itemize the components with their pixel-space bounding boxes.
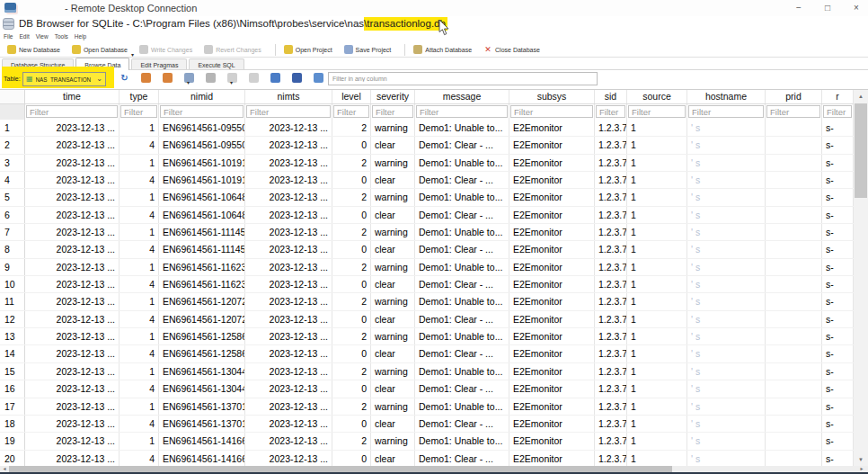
cell-nimts[interactable]: 2023-12-13 ... — [245, 416, 332, 432]
row-number[interactable]: 12 — [0, 311, 25, 327]
column-header-sid[interactable]: sid — [595, 90, 627, 103]
cell-hostname[interactable]: ' s — [687, 259, 766, 275]
cell-message[interactable]: Demo1: Unable to... — [415, 363, 509, 380]
column-header-hostname[interactable]: hostname — [687, 90, 766, 103]
cell-subsys[interactable]: E2Emonitor — [509, 189, 595, 205]
scroll-right-icon[interactable]: ▸ — [857, 466, 866, 472]
open-database-button[interactable]: Open Database▾ — [72, 45, 128, 54]
row-number[interactable]: 16 — [0, 380, 25, 397]
cell-prid[interactable] — [766, 137, 822, 153]
row-number[interactable]: 9 — [0, 259, 25, 275]
cell-sid[interactable]: 1.2.3.7 — [595, 451, 627, 467]
cell-nimts[interactable]: 2023-12-13 ... — [245, 155, 332, 171]
cell-source[interactable]: 1 — [627, 451, 687, 467]
cell-level[interactable]: 0 — [332, 380, 371, 397]
cell-type[interactable]: 1 — [120, 363, 159, 380]
cell-subsys[interactable]: E2Emonitor — [509, 345, 595, 362]
cell-severity[interactable]: warning — [371, 363, 415, 380]
cell-hostname[interactable]: ' s — [687, 155, 766, 171]
cell-rcol[interactable]: s- — [822, 120, 854, 136]
cell-hostname[interactable]: ' s — [687, 345, 766, 362]
cell-severity[interactable]: warning — [371, 155, 415, 171]
cell-level[interactable]: 2 — [332, 293, 371, 309]
cell-nimid[interactable]: EN69614561-13701 — [159, 398, 245, 415]
cell-level[interactable]: 0 — [332, 172, 371, 188]
cell-hostname[interactable]: ' s — [687, 311, 766, 327]
column-header-subsys[interactable]: subsys — [509, 90, 595, 103]
cell-sid[interactable]: 1.2.3.7 — [595, 363, 627, 380]
cell-nimid[interactable]: EN69614561-09550 — [159, 137, 245, 153]
filter-input-hostname[interactable]: Filter — [688, 105, 764, 118]
column-header-type[interactable]: type — [120, 90, 159, 103]
row-number[interactable]: 3 — [0, 155, 25, 171]
cell-type[interactable]: 4 — [120, 311, 159, 327]
cell-message[interactable]: Demo1: Clear - ... — [415, 345, 509, 362]
insert-record-icon[interactable] — [141, 73, 151, 83]
cell-time[interactable]: 2023-12-13 ... — [25, 416, 120, 432]
tab-execute-sql[interactable]: Execute SQL — [189, 58, 244, 69]
column-header-nimts[interactable]: nimts — [245, 90, 332, 103]
cell-rcol[interactable]: s- — [822, 259, 854, 275]
cell-nimid[interactable]: EN69614561-10191 — [159, 172, 245, 188]
cell-level[interactable]: 2 — [332, 189, 371, 205]
cell-severity[interactable]: clear — [371, 451, 415, 467]
cell-rcol[interactable]: s- — [822, 363, 854, 380]
cell-time[interactable]: 2023-12-13 ... — [25, 363, 120, 380]
cell-nimid[interactable]: EN69614561-13044 — [159, 363, 245, 380]
cell-sid[interactable]: 1.2.3.7 — [595, 311, 627, 327]
cell-time[interactable]: 2023-12-13 ... — [25, 451, 120, 467]
cell-subsys[interactable]: E2Emonitor — [509, 398, 595, 415]
cell-hostname[interactable]: ' s — [687, 120, 766, 136]
cell-time[interactable]: 2023-12-13 ... — [25, 276, 120, 292]
cell-severity[interactable]: warning — [371, 293, 415, 309]
cell-nimid[interactable]: EN69614561-13044 — [159, 380, 245, 397]
cell-sid[interactable]: 1.2.3.7 — [595, 276, 627, 292]
cell-nimts[interactable]: 2023-12-13 ... — [245, 189, 332, 205]
cell-prid[interactable] — [766, 259, 822, 275]
cell-nimts[interactable]: 2023-12-13 ... — [245, 137, 332, 153]
menu-help[interactable]: Help — [75, 32, 86, 41]
column-header-message[interactable]: message — [415, 90, 509, 103]
cell-sid[interactable]: 1.2.3.7 — [595, 137, 627, 153]
cell-prid[interactable] — [766, 120, 822, 136]
cell-hostname[interactable]: ' s — [687, 189, 766, 205]
menu-view[interactable]: View — [36, 32, 49, 41]
cell-time[interactable]: 2023-12-13 ... — [25, 328, 120, 344]
cell-prid[interactable] — [766, 433, 822, 449]
cell-message[interactable]: Demo1: Clear - ... — [415, 241, 509, 257]
cell-level[interactable]: 2 — [332, 224, 371, 240]
cell-time[interactable]: 2023-12-13 ... — [25, 293, 120, 309]
menu-tools[interactable]: Tools — [55, 32, 68, 41]
cell-nimts[interactable]: 2023-12-13 ... — [245, 207, 332, 223]
cell-source[interactable]: 1 — [627, 293, 687, 309]
cell-sid[interactable]: 1.2.3.7 — [595, 189, 627, 205]
cell-prid[interactable] — [766, 311, 822, 327]
cell-nimid[interactable]: EN69614561-12072 — [159, 311, 245, 327]
cell-nimts[interactable]: 2023-12-13 ... — [245, 120, 332, 136]
cell-level[interactable]: 0 — [332, 276, 371, 292]
column-header-severity[interactable]: severity — [371, 90, 415, 103]
cell-time[interactable]: 2023-12-13 ... — [25, 207, 120, 223]
minimize-icon[interactable]: − — [791, 1, 807, 14]
cell-source[interactable]: 1 — [627, 137, 687, 153]
cell-hostname[interactable]: ' s — [687, 398, 766, 415]
cell-type[interactable]: 4 — [120, 416, 159, 432]
cell-message[interactable]: Demo1: Clear - ... — [415, 380, 509, 397]
cell-message[interactable]: Demo1: Unable to... — [415, 328, 509, 344]
row-number[interactable]: 20 — [0, 451, 25, 467]
cell-time[interactable]: 2023-12-13 ... — [25, 224, 120, 240]
cell-rcol[interactable]: s- — [822, 207, 854, 223]
cell-rcol[interactable]: s- — [822, 380, 854, 397]
scroll-left-icon[interactable]: ◂ — [0, 466, 9, 472]
cell-nimid[interactable]: EN69614561-12586 — [159, 345, 245, 362]
cell-time[interactable]: 2023-12-13 ... — [25, 155, 120, 171]
cell-prid[interactable] — [766, 189, 822, 205]
cell-prid[interactable] — [766, 155, 822, 171]
row-number[interactable]: 10 — [0, 276, 25, 292]
cell-source[interactable]: 1 — [627, 276, 687, 292]
cell-subsys[interactable]: E2Emonitor — [509, 120, 595, 136]
cell-prid[interactable] — [766, 207, 822, 223]
cell-severity[interactable]: clear — [371, 276, 415, 292]
menu-file[interactable]: File — [4, 32, 13, 41]
vertical-scrollbar[interactable]: ▲ ▼ — [854, 90, 868, 466]
